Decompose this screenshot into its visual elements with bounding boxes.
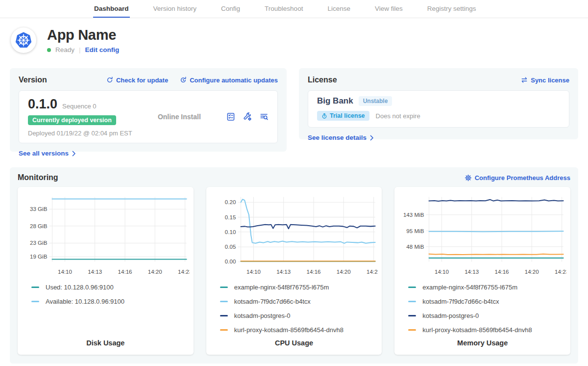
legend-label: kotsadm-7f9dc7d66c-b4tcx [422, 298, 499, 305]
page-title: App Name [47, 27, 119, 43]
version-card-title: Version [19, 76, 47, 84]
configure-prometheus-link[interactable]: Configure Prometheus Address [465, 174, 570, 182]
deploy-logs-icon[interactable] [260, 112, 269, 121]
svg-text:33 GiB: 33 GiB [30, 206, 48, 212]
install-type-label: Online Install [132, 113, 226, 121]
tab-dashboard[interactable]: Dashboard [93, 0, 130, 18]
cpu-usage-chart-card: 0.000.050.100.150.2014:1014:1314:1614:20… [206, 187, 382, 355]
refresh-icon [106, 77, 113, 83]
current-version-box: 0.1.0 Sequence 0 Currently deployed vers… [19, 90, 278, 143]
chevron-right-icon [370, 135, 374, 141]
tab-view-files[interactable]: View files [374, 0, 404, 18]
legend-label: kurl-proxy-kotsadm-8569fb6454-dnvh8 [422, 326, 532, 334]
license-card: License Sync license Big Bank Unstable [299, 68, 578, 139]
svg-text:14:13: 14:13 [276, 269, 291, 275]
disk-usage-legend: Used: 10.128.0.96:9100Available: 10.128.… [22, 280, 190, 309]
legend-color-dash [220, 301, 228, 302]
license-card-title: License [308, 76, 337, 84]
check-for-update-link[interactable]: Check for update [106, 77, 168, 84]
tab-troubleshoot[interactable]: Troubleshoot [264, 0, 304, 18]
legend-item: Used: 10.128.0.96:9100 [31, 280, 190, 294]
tab-license[interactable]: License [326, 0, 351, 18]
stopwatch-icon [321, 113, 327, 119]
status-dot [47, 48, 51, 52]
channel-badge: Unstable [359, 96, 392, 106]
svg-text:14:20: 14:20 [525, 269, 539, 275]
legend-color-dash [408, 315, 416, 316]
legend-label: example-nginx-54f8f76755-l675m [234, 284, 329, 291]
kubernetes-logo-icon [13, 30, 34, 51]
svg-text:0.15: 0.15 [225, 214, 236, 220]
sequence-label: Sequence 0 [62, 103, 96, 110]
legend-item: kotsadm-postgres-0 [220, 309, 378, 323]
svg-text:19 GiB: 19 GiB [30, 254, 48, 260]
clock-refresh-icon [180, 77, 187, 83]
version-number: 0.1.0 [28, 97, 57, 112]
legend-color-dash [31, 301, 39, 302]
chart-title: CPU Usage [210, 339, 378, 348]
version-card: Version Check for update [10, 68, 287, 152]
legend-item: kotsadm-postgres-0 [408, 309, 566, 323]
svg-text:14:20: 14:20 [336, 269, 350, 275]
legend-label: Available: 10.128.0.96:9100 [46, 298, 124, 305]
legend-item: example-nginx-54f8f76755-l675m [220, 280, 378, 294]
legend-color-dash [220, 287, 228, 288]
diff-icon[interactable] [226, 112, 235, 121]
see-all-versions-link[interactable]: See all versions [19, 150, 76, 157]
see-license-details-link[interactable]: See license details [308, 134, 374, 141]
legend-label: kotsadm-postgres-0 [234, 312, 291, 319]
chevron-right-icon [72, 151, 76, 157]
legend-label: example-nginx-54f8f76755-l675m [422, 284, 517, 291]
tab-registry-settings[interactable]: Registry settings [426, 0, 477, 18]
config-wrench-icon[interactable] [243, 112, 252, 121]
monitoring-section: Monitoring Configure Prometheus Address … [10, 167, 578, 364]
legend-item: kurl-proxy-kotsadm-8569fb6454-dnvh8 [220, 323, 378, 337]
svg-text:14:23: 14:23 [367, 269, 378, 275]
legend-color-dash [220, 329, 228, 331]
license-expiry-text: Does not expire [376, 112, 420, 120]
legend-color-dash [408, 287, 416, 288]
legend-label: kurl-proxy-kotsadm-8569fb6454-dnvh8 [234, 326, 343, 334]
legend-label: kotsadm-7f9dc7d66c-b4tcx [234, 298, 311, 305]
svg-text:14:10: 14:10 [435, 269, 449, 275]
deployed-badge: Currently deployed version [28, 115, 116, 125]
legend-label: Used: 10.128.0.96:9100 [46, 284, 114, 291]
svg-text:14:23: 14:23 [178, 269, 190, 275]
top-navigation: Dashboard Version history Config Trouble… [0, 0, 588, 18]
memory-usage-chart-card: 48 MiB95 MiB143 MiB14:1014:1314:1614:201… [394, 187, 570, 355]
configure-automatic-updates-link[interactable]: Configure automatic updates [180, 77, 278, 84]
svg-text:14:13: 14:13 [88, 269, 102, 275]
tab-version-history[interactable]: Version history [152, 0, 198, 18]
svg-text:14:20: 14:20 [148, 269, 162, 275]
svg-text:0.05: 0.05 [225, 244, 236, 250]
svg-text:14:23: 14:23 [555, 269, 566, 275]
sync-arrows-icon [521, 77, 528, 83]
legend-color-dash [31, 287, 39, 288]
tab-config[interactable]: Config [220, 0, 241, 18]
svg-text:0.20: 0.20 [225, 199, 236, 205]
svg-text:14:16: 14:16 [306, 269, 320, 275]
legend-item: Available: 10.128.0.96:9100 [31, 294, 190, 309]
cpu-usage-legend: example-nginx-54f8f76755-l675mkotsadm-7f… [210, 280, 378, 337]
svg-text:143 MiB: 143 MiB [403, 212, 424, 218]
legend-item: kotsadm-7f9dc7d66c-b4tcx [220, 294, 378, 309]
app-header: App Name Ready | Edit config [11, 27, 577, 53]
disk-usage-chart: 19 GiB23 GiB28 GiB33 GiB14:1014:1314:161… [22, 192, 190, 277]
gear-icon [465, 174, 472, 182]
trial-license-badge: Trial license [317, 111, 369, 121]
legend-item: kurl-proxy-kotsadm-8569fb6454-dnvh8 [408, 323, 566, 337]
memory-usage-legend: example-nginx-54f8f76755-l675mkotsadm-7f… [398, 280, 566, 337]
sync-license-link[interactable]: Sync license [521, 77, 569, 84]
edit-config-link[interactable]: Edit config [85, 46, 120, 53]
legend-item: example-nginx-54f8f76755-l675m [408, 280, 566, 294]
app-logo [11, 27, 36, 53]
svg-text:14:13: 14:13 [465, 269, 479, 275]
legend-color-dash [220, 315, 228, 316]
svg-text:14:10: 14:10 [58, 269, 72, 275]
legend-label: kotsadm-postgres-0 [422, 312, 479, 319]
disk-usage-chart-card: 19 GiB23 GiB28 GiB33 GiB14:1014:1314:161… [18, 187, 194, 355]
chart-title: Disk Usage [22, 339, 190, 348]
svg-text:0.10: 0.10 [225, 229, 236, 235]
status-label: Ready [55, 46, 74, 53]
svg-text:0.00: 0.00 [225, 259, 236, 264]
